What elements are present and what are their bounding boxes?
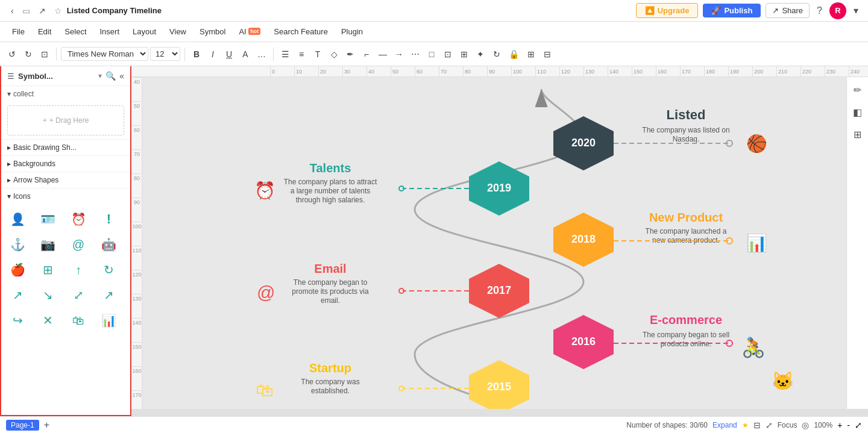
text-format-button[interactable]: T [310, 48, 325, 61]
horizontal-scrollbar[interactable] [131, 409, 868, 416]
icon-grid[interactable]: ⊞ [37, 258, 60, 281]
pen-button[interactable]: ✒ [343, 48, 357, 61]
menu-ai[interactable]: AI hot [233, 25, 266, 39]
toolbar: ↺ ↻ ⊡ Times New Roman 12 B I U A … ☰ ≡ T… [0, 42, 868, 66]
zoom-out-button[interactable]: - [847, 420, 850, 430]
svg-text:Nasdaq.: Nasdaq. [673, 135, 700, 143]
icon-at[interactable]: @ [67, 233, 90, 256]
icon-camera[interactable]: 📷 [37, 233, 60, 256]
icon-exclamation[interactable]: ! [98, 208, 121, 231]
drag-here-area[interactable]: + + Drag Here [7, 105, 124, 136]
menu-insert[interactable]: Insert [94, 25, 126, 39]
rp-edit-icon[interactable]: ✏ [851, 82, 864, 98]
ruler-mark: 0 [270, 66, 294, 77]
svg-text:Startup: Startup [309, 361, 351, 375]
font-size-select[interactable]: 12 [150, 47, 180, 61]
add-page-button[interactable]: + [44, 420, 49, 431]
icon-bag[interactable]: 🛍 [67, 309, 90, 332]
ai-badge: hot [248, 28, 260, 35]
icon-clock[interactable]: ⏰ [67, 208, 90, 231]
align-center-button[interactable]: ☰ [278, 48, 292, 61]
rp-grid-icon[interactable]: ⊞ [851, 126, 864, 143]
icon-person[interactable]: 👤 [6, 208, 29, 231]
rotate-button[interactable]: ↻ [489, 48, 504, 61]
redo-button[interactable]: ↻ [21, 48, 36, 61]
fill-button[interactable]: ◇ [327, 48, 341, 61]
arrows-label: Arrow Shapes [13, 176, 58, 184]
bookmark-icon[interactable]: ☆ [54, 6, 62, 16]
arrow-button[interactable]: → [392, 48, 406, 61]
icon-apple[interactable]: 🍎 [6, 258, 29, 281]
icon-card[interactable]: 🪪 [37, 208, 60, 231]
share-button[interactable]: ↗ Share [766, 3, 810, 18]
text-more-button[interactable]: … [254, 48, 269, 61]
menu-select[interactable]: Select [58, 25, 92, 39]
focus-label[interactable]: Focus [778, 421, 797, 429]
select-button[interactable]: ✦ [473, 48, 488, 61]
sidebar-collapse-button[interactable]: « [119, 71, 124, 81]
icon-anchor[interactable]: ⚓ [6, 233, 29, 256]
more1-button[interactable]: ⊞ [457, 48, 471, 61]
back-button[interactable]: ‹ [7, 5, 17, 17]
undo-button[interactable]: ↺ [5, 48, 19, 61]
ruler-mark: 170 [680, 66, 704, 77]
publish-button[interactable]: 🚀 Publish [703, 4, 761, 17]
ruler-left-marks: 40 50 60 70 80 90 100 110 120 130 140 15… [131, 77, 142, 409]
bottom-bar: Page-1 + Number of shapes: 30/60 Expand … [0, 416, 868, 433]
sidebar-group-icons[interactable]: ▾ Icons [1, 188, 130, 204]
page-tab[interactable]: Page-1 [6, 420, 39, 431]
upgrade-button[interactable]: 🔼 Upgrade [636, 3, 699, 18]
icon-down-right[interactable]: ↘ [37, 284, 60, 307]
more-button[interactable]: ▾ [851, 4, 861, 17]
connector-button[interactable]: ⌐ [359, 48, 374, 61]
sidebar-group-arrows[interactable]: ▸ Arrow Shapes [1, 172, 130, 188]
sidebar-group-basic[interactable]: ▸ Basic Drawing Sh... [1, 139, 130, 155]
fullscreen-icon[interactable]: ⤢ [766, 420, 773, 430]
crop-button[interactable]: ⊡ [441, 48, 455, 61]
icon-refresh[interactable]: ↻ [98, 258, 121, 281]
upgrade-icon: 🔼 [645, 6, 655, 15]
group-button[interactable]: ⊞ [524, 48, 538, 61]
underline-button[interactable]: U [222, 48, 236, 61]
avatar-button[interactable]: R [829, 2, 846, 19]
external-link-button[interactable]: ↗ [35, 5, 49, 17]
zoom-in-button[interactable]: + [837, 420, 842, 430]
sidebar-search-button[interactable]: 🔍 [105, 71, 116, 81]
menu-symbol[interactable]: Symbol [193, 25, 231, 39]
icon-up-arrow[interactable]: ↑ [67, 258, 90, 281]
title-bar: ‹ ▭ ↗ ☆ Listed Company Timeline 🔼 Upgrad… [0, 0, 868, 22]
svg-text:Email: Email [314, 262, 346, 275]
menu-plugin[interactable]: Plugin [335, 25, 369, 39]
icon-chart[interactable]: 📊 [98, 309, 121, 332]
menu-view[interactable]: View [163, 25, 192, 39]
italic-button[interactable]: I [206, 48, 220, 61]
icon-redo[interactable]: ↪ [6, 309, 29, 332]
menu-search[interactable]: Search Feature [268, 25, 334, 39]
rp-layer-icon[interactable]: ◧ [851, 104, 864, 120]
align-more-button[interactable]: ≡ [294, 48, 309, 61]
menu-layout[interactable]: Layout [127, 25, 162, 39]
menu-file[interactable]: File [6, 25, 31, 39]
font-color-button[interactable]: A [238, 48, 253, 61]
icon-robot[interactable]: 🤖 [98, 233, 121, 256]
shape-button[interactable]: □ [424, 48, 439, 61]
bold-button[interactable]: B [189, 48, 204, 61]
layers-icon[interactable]: ⊟ [753, 420, 761, 430]
menu-edit[interactable]: Edit [32, 25, 57, 39]
some-toolbar-btn[interactable]: ⊡ [37, 48, 52, 61]
icon-merge[interactable]: ✕ [37, 309, 60, 332]
canvas[interactable]: 2020 2019 2018 2017 2016 [142, 77, 868, 409]
sidebar-group-backgrounds[interactable]: ▸ Backgrounds [1, 155, 130, 172]
line-style-button[interactable]: — [376, 48, 390, 61]
sidebar-collect-section[interactable]: ▾ collect [1, 86, 130, 102]
lock-button[interactable]: 🔒 [506, 48, 522, 61]
icon-fullscreen[interactable]: ⤢ [67, 284, 90, 307]
fit-screen-button[interactable]: ⤢ [855, 420, 862, 430]
icon-expand[interactable]: ↗ [6, 284, 29, 307]
expand-link[interactable]: Expand [712, 421, 737, 429]
table-button[interactable]: ⊟ [540, 48, 555, 61]
help-button[interactable]: ? [814, 4, 825, 17]
font-family-select[interactable]: Times New Roman [61, 47, 148, 61]
dash-button[interactable]: ⋯ [408, 48, 423, 61]
icon-trend-up[interactable]: ↗ [98, 284, 121, 307]
